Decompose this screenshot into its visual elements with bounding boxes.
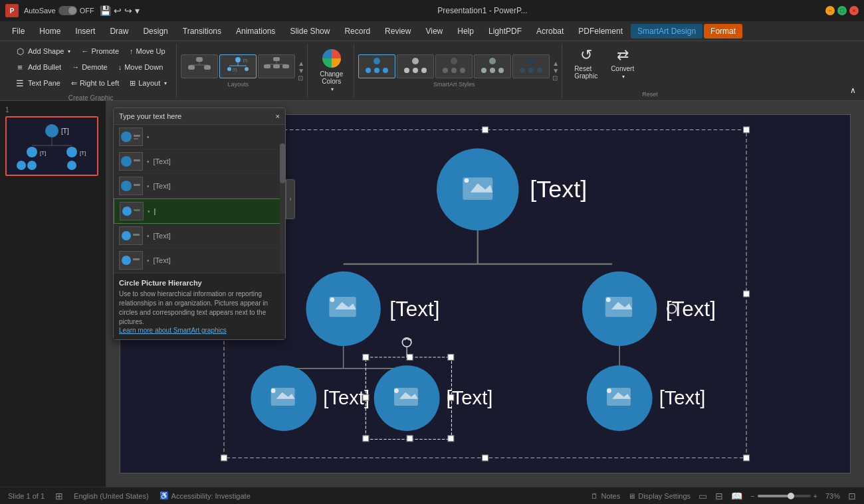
close-button[interactable]: × xyxy=(849,6,859,15)
move-down-button[interactable]: ↓ Move Down xyxy=(114,61,167,73)
convert-button[interactable]: ⇄ Convert ▾ xyxy=(605,44,639,82)
zoom-in-button[interactable]: + xyxy=(813,492,817,500)
minimize-button[interactable]: − xyxy=(825,6,835,15)
change-colors-dropdown-icon: ▾ xyxy=(331,86,334,92)
bullet-2: • xyxy=(147,183,150,190)
move-up-button[interactable]: ↑ Move Up xyxy=(126,45,169,57)
fit-window-button[interactable]: ⊡ xyxy=(848,491,856,501)
save-icon[interactable]: 💾 xyxy=(100,5,111,16)
undo-dropdown-icon[interactable]: ▾ xyxy=(135,5,140,16)
layout-thumb-1[interactable] xyxy=(181,54,218,78)
change-colors-button[interactable]: ChangeColors ▾ xyxy=(314,46,348,95)
style-svg-1 xyxy=(360,56,393,77)
text-pane-scrollbar[interactable] xyxy=(280,143,285,273)
menu-view[interactable]: View xyxy=(419,24,449,39)
menu-help[interactable]: Help xyxy=(451,24,481,39)
menu-file[interactable]: File xyxy=(5,24,31,39)
svg-point-61 xyxy=(122,256,131,265)
slide-thumbnail[interactable]: [T] [T] [T] xyxy=(5,116,98,176)
expand-ribbon-icon: ∧ xyxy=(850,86,856,95)
svg-point-9 xyxy=(227,67,231,71)
svg-point-18 xyxy=(374,58,380,64)
menu-insert[interactable]: Insert xyxy=(68,24,102,39)
slide-sorter-button[interactable]: ⊟ xyxy=(715,491,723,501)
create-graphic-label: Create Graphic xyxy=(68,92,114,102)
promote-icon: ← xyxy=(81,47,88,55)
svg-point-23 xyxy=(404,68,409,73)
smartart-learn-more-link[interactable]: Learn more about SmartArt graphics xyxy=(119,327,280,334)
zoom-level[interactable]: 73% xyxy=(825,492,840,500)
autosave-toggle[interactable] xyxy=(58,6,77,15)
menu-smartart-design[interactable]: SmartArt Design xyxy=(631,24,702,39)
style-expand[interactable]: ⊡ xyxy=(552,74,559,82)
demote-button[interactable]: → Demote xyxy=(68,61,112,73)
style-thumb-2[interactable] xyxy=(397,54,434,78)
svg-rect-51 xyxy=(134,135,140,137)
svg-point-19 xyxy=(366,68,371,73)
svg-point-47 xyxy=(17,161,26,170)
layout-thumbs: [T] [T] xyxy=(181,54,295,88)
reading-view-button[interactable]: 📖 xyxy=(731,491,742,501)
bullet-4: • xyxy=(147,232,150,240)
menu-bar: File Home Insert Draw Design Transitions… xyxy=(0,21,864,41)
zoom-out-button[interactable]: − xyxy=(750,492,754,500)
svg-rect-109 xyxy=(448,436,454,442)
menu-acrobat[interactable]: Acrobat xyxy=(530,24,570,39)
add-shape-button[interactable]: ⬡ Add Shape ▾ xyxy=(11,44,74,58)
zoom-track[interactable] xyxy=(758,495,811,497)
text-pane-close-button[interactable]: × xyxy=(276,112,280,120)
expand-ribbon-button[interactable]: ∧ xyxy=(847,83,859,98)
notes-button[interactable]: 🗒 Notes xyxy=(591,492,620,500)
style-scroll-down[interactable]: ▼ xyxy=(552,67,559,74)
layout-thumb-2[interactable]: [T] [T] xyxy=(219,54,257,78)
layout-scroll-down[interactable]: ▼ xyxy=(298,67,304,74)
svg-rect-15 xyxy=(264,64,270,68)
display-settings-button[interactable]: 🖥 Display Settings xyxy=(628,492,691,500)
layout-scroll-up[interactable]: ▲ xyxy=(298,60,304,67)
menu-design[interactable]: Design xyxy=(136,24,174,39)
style-thumb-1[interactable] xyxy=(358,54,395,78)
layout-expand[interactable]: ⊡ xyxy=(298,74,304,82)
promote-button[interactable]: ← Promote xyxy=(77,45,123,57)
svg-rect-3 xyxy=(188,65,195,70)
layout-thumb-3[interactable] xyxy=(258,54,295,78)
svg-rect-107 xyxy=(363,436,369,442)
style-thumb-4[interactable] xyxy=(474,54,511,78)
right-to-left-button[interactable]: ⇐ Right to Left xyxy=(67,77,123,90)
reset-graphic-button[interactable]: ↺ ResetGraphic xyxy=(569,44,603,82)
add-shape-dropdown-icon: ▾ xyxy=(68,48,70,54)
undo-icon[interactable]: ↩ xyxy=(114,5,122,16)
ribbon: ⬡ Add Shape ▾ ← Promote ↑ Move Up ≡ Add … xyxy=(0,41,864,101)
text-pane-scroll-container: • • [Text] xyxy=(114,125,285,273)
menu-pdfelement[interactable]: PDFelement xyxy=(572,24,629,39)
text-pane-panel: Type your text here × • xyxy=(113,108,286,340)
menu-format[interactable]: Format xyxy=(704,24,742,39)
menu-transitions[interactable]: Transitions xyxy=(176,24,228,39)
svg-rect-65 xyxy=(483,127,488,133)
layout-button[interactable]: ⊞ Layout ▾ xyxy=(126,77,171,90)
svg-rect-66 xyxy=(744,127,750,133)
ribbon-group-create-graphic: ⬡ Add Shape ▾ ← Promote ↑ Move Up ≡ Add … xyxy=(5,44,177,98)
fit-slide-button[interactable]: ⊞ xyxy=(55,491,63,501)
menu-record[interactable]: Record xyxy=(338,24,377,39)
menu-animations[interactable]: Animations xyxy=(229,24,282,39)
language-indicator: English (United States) xyxy=(74,492,149,500)
text-pane-scroll-thumb xyxy=(280,143,285,183)
text-pane-item-5: • [Text] xyxy=(114,248,285,273)
maximize-button[interactable]: □ xyxy=(837,6,847,15)
menu-home[interactable]: Home xyxy=(33,24,67,39)
menu-review[interactable]: Review xyxy=(378,24,417,39)
menu-draw[interactable]: Draw xyxy=(103,24,135,39)
accessibility-button[interactable]: ♿ Accessibility: Investigate xyxy=(160,491,251,500)
style-thumb-5[interactable] xyxy=(512,54,550,78)
text-pane-toggle-button[interactable]: › xyxy=(286,179,295,219)
normal-view-button[interactable]: ▭ xyxy=(699,491,707,501)
menu-lightpdf[interactable]: LightPDF xyxy=(482,24,528,39)
add-bullet-button[interactable]: ≡ Add Bullet xyxy=(11,60,65,74)
style-scroll-up[interactable]: ▲ xyxy=(552,60,559,67)
style-thumb-3[interactable] xyxy=(435,54,473,78)
redo-icon[interactable]: ↪ xyxy=(124,5,132,16)
text-pane-button[interactable]: ☰ Text Pane xyxy=(11,76,64,90)
svg-point-24 xyxy=(413,68,418,73)
menu-slideshow[interactable]: Slide Show xyxy=(283,24,336,39)
